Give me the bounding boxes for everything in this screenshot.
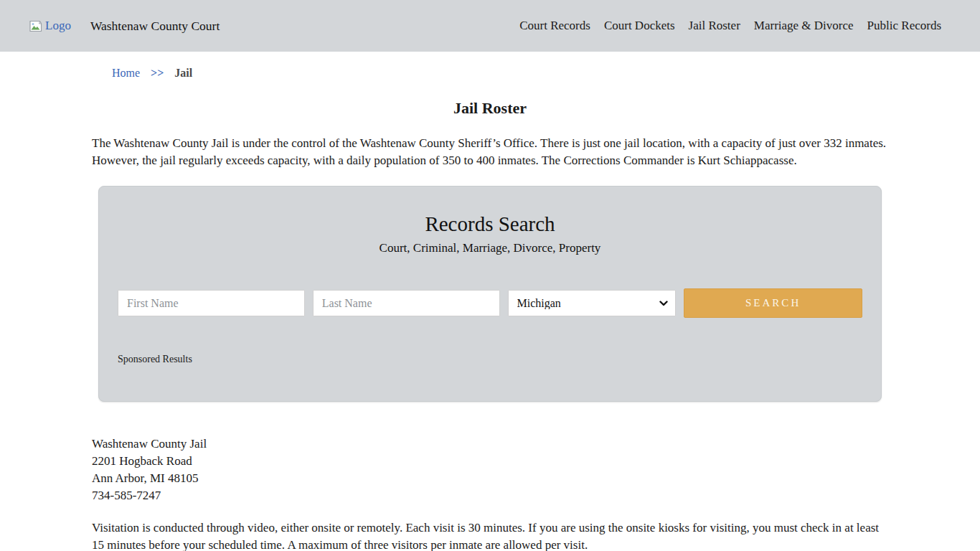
records-search-subtitle: Court, Criminal, Marriage, Divorce, Prop… <box>118 241 862 255</box>
logo-alt-text: Logo <box>45 19 71 33</box>
state-select[interactable]: Michigan <box>508 290 677 316</box>
search-button[interactable]: SEARCH <box>684 288 862 318</box>
breadcrumb-current: Jail <box>174 67 192 79</box>
nav-court-records[interactable]: Court Records <box>519 19 590 33</box>
sponsored-results-label: Sponsored Results <box>118 354 862 365</box>
header: Logo Washtenaw County Court Court Record… <box>0 0 980 52</box>
main-nav: Court Records Court Dockets Jail Roster … <box>519 19 941 33</box>
intro-paragraph: The Washtenaw County Jail is under the c… <box>92 135 888 169</box>
logo-link[interactable]: Logo <box>29 19 71 33</box>
breadcrumb: Home >> Jail <box>92 67 888 80</box>
first-name-input[interactable] <box>118 290 305 316</box>
nav-jail-roster[interactable]: Jail Roster <box>689 19 740 33</box>
page-title: Jail Roster <box>92 99 888 118</box>
jail-address-line2: Ann Arbor, MI 48105 <box>92 470 888 487</box>
search-form-row: Michigan SEARCH <box>118 288 862 318</box>
jail-name: Washtenaw County Jail <box>92 435 888 453</box>
last-name-input[interactable] <box>313 290 500 316</box>
jail-phone: 734-585-7247 <box>92 487 888 504</box>
jail-address-line1: 2201 Hogback Road <box>92 453 888 470</box>
nav-court-dockets[interactable]: Court Dockets <box>604 19 675 33</box>
records-search-panel: Records Search Court, Criminal, Marriage… <box>98 186 882 402</box>
main-content: Jail Roster The Washtenaw County Jail is… <box>92 99 888 551</box>
brand: Logo Washtenaw County Court <box>29 19 220 34</box>
breadcrumb-home-link[interactable]: Home <box>112 67 140 79</box>
nav-marriage-divorce[interactable]: Marriage & Divorce <box>754 19 854 33</box>
state-select-wrap: Michigan <box>508 290 677 316</box>
records-search-title: Records Search <box>118 212 862 236</box>
breadcrumb-separator: >> <box>151 67 164 79</box>
jail-address-block: Washtenaw County Jail 2201 Hogback Road … <box>92 435 888 504</box>
visitation-paragraph: Visitation is conducted through video, e… <box>92 519 888 551</box>
nav-public-records[interactable]: Public Records <box>867 19 941 33</box>
broken-image-icon <box>29 20 43 32</box>
site-title: Washtenaw County Court <box>90 19 220 34</box>
